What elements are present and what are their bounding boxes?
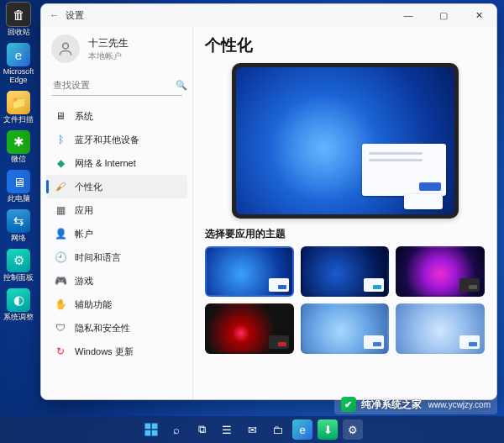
- taskbar[interactable]: ⌕⧉☰✉🗀e⬇⚙: [0, 416, 504, 443]
- maximize-button[interactable]: ▢: [429, 4, 458, 26]
- network-icon: ⇆: [7, 209, 30, 233]
- theme-option[interactable]: [205, 246, 294, 297]
- nav-item-label: 系统: [75, 110, 93, 123]
- display-icon: 🖥: [55, 110, 66, 122]
- close-button[interactable]: ✕: [465, 4, 493, 26]
- user-icon: [57, 40, 74, 57]
- sidebar: 十三先生 本地帐户 🔍 🖥系统ᛒ蓝牙和其他设备◆网络 & Internet🖌个性…: [41, 26, 193, 399]
- desktop-icons: 🗑 回收站 e Microsoft Edge 📁 文件扫描 ✱ 微信 🖥 此电脑…: [2, 2, 37, 321]
- nav-item-net[interactable]: ◆网络 & Internet: [46, 151, 187, 175]
- desktop-icon-label: 微信: [11, 155, 26, 163]
- desktop-icon-folder[interactable]: 📁 文件扫描: [2, 91, 35, 124]
- nav-item-user[interactable]: 👤帐户: [46, 222, 187, 245]
- theme-grid: [205, 246, 485, 354]
- nav-item-shield[interactable]: 🛡隐私和安全性: [46, 316, 187, 340]
- theme-option[interactable]: [205, 303, 294, 354]
- taskbar-file-explorer[interactable]: 🗀: [267, 419, 287, 440]
- desktop-icon-network[interactable]: ⇆ 网络: [2, 209, 35, 242]
- wechat-icon: ✱: [7, 130, 30, 154]
- window-title: 设置: [66, 9, 84, 22]
- nav-item-acc[interactable]: ✋辅助功能: [46, 293, 187, 316]
- wallpaper-image: [236, 67, 454, 214]
- taskbar-edge[interactable]: e: [292, 419, 312, 440]
- theme-option[interactable]: [396, 303, 485, 354]
- taskbar-task-view[interactable]: ⧉: [192, 419, 212, 440]
- nav-item-label: 个性化: [75, 181, 102, 193]
- theme-window-mock: [364, 278, 384, 292]
- taskbar-search[interactable]: ⌕: [166, 419, 186, 440]
- search-input[interactable]: [51, 79, 171, 91]
- theme-option[interactable]: [301, 246, 390, 297]
- theme-window-mock: [364, 335, 384, 349]
- back-icon[interactable]: ←: [50, 10, 59, 20]
- avatar: [51, 34, 80, 63]
- desktop-icon-control[interactable]: ⚙ 控制面板: [2, 249, 35, 282]
- nav-item-label: 蓝牙和其他设备: [75, 134, 139, 146]
- svg-rect-3: [145, 430, 151, 436]
- nav-item-label: 网络 & Internet: [75, 157, 136, 170]
- folder-icon: 📁: [7, 91, 30, 114]
- search-box[interactable]: 🔍: [51, 75, 182, 96]
- desktop-icon-label: 网络: [11, 234, 26, 242]
- brush-icon: 🖌: [55, 181, 66, 192]
- user-icon: 👤: [55, 228, 66, 240]
- desktop-icon-label: 系统调整: [3, 313, 34, 321]
- minimize-button[interactable]: —: [394, 4, 423, 26]
- taskbar-widgets[interactable]: ☰: [217, 419, 237, 440]
- theme-window-mock: [269, 278, 289, 292]
- settings-window: ← 设置 — ▢ ✕ 十三先生 本地帐户: [40, 3, 497, 400]
- preview-window-mock: [362, 144, 446, 196]
- net-icon: ◆: [55, 157, 66, 169]
- desktop-icon-wechat[interactable]: ✱ 微信: [2, 130, 35, 163]
- page-title: 个性化: [205, 34, 485, 56]
- svg-rect-1: [145, 424, 151, 430]
- theme-option[interactable]: [301, 303, 390, 354]
- nav-item-label: Windows 更新: [75, 345, 134, 358]
- profile-sub: 本地帐户: [88, 50, 129, 62]
- svg-rect-2: [152, 424, 158, 430]
- content-pane: 个性化 选择要应用的主题: [193, 26, 496, 399]
- desktop-icon-tune[interactable]: ◐ 系统调整: [2, 288, 35, 321]
- windows-icon: [144, 422, 159, 437]
- nav-item-time[interactable]: 🕘时间和语言: [46, 245, 187, 269]
- svg-point-0: [63, 43, 69, 49]
- control-icon: ⚙: [7, 249, 30, 272]
- watermark-url: www.ycwjzy.com: [428, 400, 491, 409]
- apps-icon: ▦: [55, 204, 66, 216]
- tune-icon: ◐: [7, 288, 30, 312]
- taskbar-settings[interactable]: ⚙: [343, 419, 363, 440]
- desktop-icon-label: 回收站: [8, 28, 30, 36]
- svg-rect-4: [152, 430, 158, 436]
- nav-item-wu[interactable]: ↻Windows 更新: [46, 340, 187, 363]
- time-icon: 🕘: [55, 251, 66, 263]
- nav-item-label: 游戏: [75, 275, 93, 287]
- nav-list: 🖥系统ᛒ蓝牙和其他设备◆网络 & Internet🖌个性化▦应用👤帐户🕘时间和语…: [41, 103, 192, 399]
- nav-item-bt[interactable]: ᛒ蓝牙和其他设备: [46, 128, 187, 151]
- desktop-icon-label: 控制面板: [3, 273, 34, 282]
- watermark-logo-icon: ✔: [341, 397, 356, 412]
- nav-item-apps[interactable]: ▦应用: [46, 198, 187, 222]
- desktop: 🗑 回收站 e Microsoft Edge 📁 文件扫描 ✱ 微信 🖥 此电脑…: [0, 0, 504, 443]
- taskbar-start[interactable]: [141, 419, 161, 440]
- monitor-icon: 🖥: [7, 170, 30, 193]
- acc-icon: ✋: [55, 298, 66, 310]
- edge-icon: e: [7, 43, 30, 66]
- nav-item-game[interactable]: 🎮游戏: [46, 269, 187, 293]
- preview-window-mock-small: [404, 194, 443, 209]
- theme-option[interactable]: [396, 246, 485, 297]
- profile-block[interactable]: 十三先生 本地帐户: [41, 26, 192, 71]
- themes-heading: 选择要应用的主题: [205, 227, 485, 241]
- nav-item-display[interactable]: 🖥系统: [46, 104, 187, 128]
- taskbar-chat[interactable]: ✉: [242, 419, 262, 440]
- desktop-icon-edge[interactable]: e Microsoft Edge: [2, 43, 35, 84]
- nav-item-label: 应用: [75, 204, 93, 217]
- wallpaper-preview[interactable]: [232, 63, 459, 219]
- desktop-icon-recycle[interactable]: 🗑 回收站: [2, 2, 35, 36]
- titlebar[interactable]: ← 设置 — ▢ ✕: [41, 4, 496, 26]
- nav-item-label: 帐户: [75, 228, 93, 240]
- desktop-icon-thispc[interactable]: 🖥 此电脑: [2, 170, 35, 203]
- nav-item-label: 辅助功能: [75, 298, 112, 311]
- game-icon: 🎮: [55, 275, 66, 287]
- taskbar-store[interactable]: ⬇: [318, 419, 338, 440]
- nav-item-brush[interactable]: 🖌个性化: [46, 175, 187, 198]
